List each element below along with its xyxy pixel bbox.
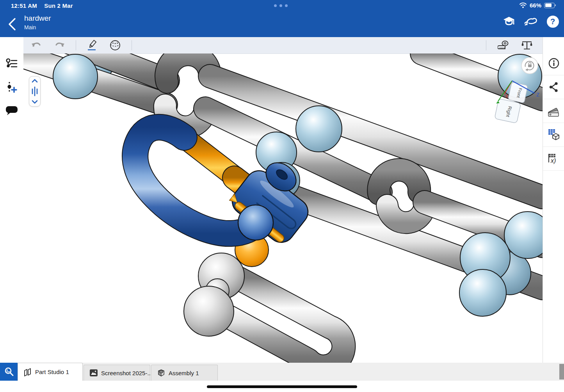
document-tab-bar: Part Studio 1 Screenshot 2025-... Assemb… — [0, 363, 564, 381]
workspace-name: Main — [24, 24, 36, 30]
rotation-lock-button[interactable] — [521, 57, 538, 74]
feature-list-icon — [5, 58, 18, 69]
tab-label: Assembly 1 — [169, 370, 199, 376]
tab-label: Screenshot 2025-... — [101, 370, 152, 376]
tab-screenshot[interactable]: Screenshot 2025-... — [84, 365, 150, 381]
info-button[interactable] — [543, 51, 564, 75]
tab-label: Part Studio 1 — [35, 369, 69, 375]
tab-search-button[interactable] — [0, 363, 18, 381]
configurations-button[interactable] — [543, 123, 564, 147]
axis-z-label: Z — [536, 92, 539, 98]
home-indicator[interactable] — [207, 385, 357, 388]
toolbar-separator — [486, 40, 486, 50]
info-icon — [548, 57, 560, 69]
add-mate-connector-button[interactable] — [0, 76, 23, 98]
search-icon — [4, 367, 14, 377]
scrub-slider-icon[interactable] — [31, 86, 39, 96]
left-toolbar — [0, 37, 24, 363]
wifi-icon — [519, 2, 527, 8]
measure-button[interactable] — [497, 39, 510, 52]
battery-percent: 66% — [530, 2, 541, 9]
status-indicators: 66% — [519, 2, 555, 9]
chain-ball[interactable] — [53, 54, 98, 99]
help-icon: ? — [550, 17, 555, 26]
document-title: hardwer — [24, 14, 51, 23]
status-bar: 12:51 AM Sun 2 Mar 66% — [0, 0, 564, 12]
tab-scrollbar[interactable] — [559, 364, 564, 380]
share-icon — [548, 82, 559, 93]
assembly-icon — [157, 369, 165, 377]
graphics-area: Front Right X Z — [23, 37, 543, 363]
nav-row: hardwer Main ? — [0, 12, 564, 37]
chevron-down-icon[interactable] — [32, 100, 38, 104]
undo-button[interactable] — [30, 39, 43, 52]
comment-icon — [5, 105, 18, 116]
toolbar-separator — [132, 40, 132, 50]
appearance-swatches-icon — [548, 105, 560, 117]
tab-bar-filler — [218, 363, 564, 381]
chain-link-bottom[interactable] — [184, 233, 343, 363]
render-mode-button[interactable] — [109, 39, 121, 52]
shackle-ball-joint[interactable] — [238, 205, 273, 240]
variables-button[interactable]: x) — [543, 146, 564, 171]
comments-button[interactable] — [0, 100, 23, 121]
onshape-app: 12:51 AM Sun 2 Mar 66% hardwer Main — [0, 0, 564, 392]
feature-list-button[interactable] — [0, 53, 23, 75]
mass-properties-button[interactable] — [521, 39, 533, 52]
redo-button[interactable] — [53, 39, 66, 52]
back-button[interactable] — [5, 16, 20, 32]
tab-part-studio[interactable]: Part Studio 1 — [18, 363, 83, 381]
scene-wrap: Front Right X Z — [23, 53, 543, 363]
toolbar-separator — [76, 40, 76, 50]
part-studio-icon — [23, 368, 32, 376]
rollback-handle[interactable] — [29, 76, 41, 107]
status-time: 12:51 AM — [11, 2, 37, 9]
status-time-date: 12:51 AM Sun 2 Mar — [11, 2, 73, 9]
chevron-up-icon[interactable] — [32, 79, 38, 83]
right-toolbar: x) — [543, 37, 564, 363]
3d-viewport[interactable]: Front Right X Z — [23, 53, 543, 363]
appearance-button[interactable] — [543, 99, 564, 123]
header-actions: ? — [502, 15, 559, 28]
battery-icon — [544, 3, 555, 8]
image-icon — [89, 369, 98, 377]
variables-icon: x) — [548, 153, 560, 164]
header: 12:51 AM Sun 2 Mar 66% hardwer Main — [0, 0, 564, 37]
status-date: Sun 2 Mar — [44, 2, 73, 9]
multitask-dots-icon — [274, 4, 288, 7]
learning-center-button[interactable] — [502, 15, 516, 28]
variables-glyph: x) — [550, 157, 556, 164]
bottom-strip — [0, 381, 564, 392]
axis-x-label: X — [505, 94, 508, 99]
add-mate-connector-icon — [6, 81, 18, 93]
share-button[interactable] — [543, 75, 564, 99]
sketch-button[interactable] — [86, 39, 99, 52]
configurations-icon — [548, 128, 560, 141]
help-button[interactable]: ? — [546, 15, 559, 28]
tab-assembly[interactable]: Assembly 1 — [151, 365, 218, 381]
sync-status-button[interactable] — [524, 15, 537, 28]
canvas-toolbar — [23, 37, 543, 54]
